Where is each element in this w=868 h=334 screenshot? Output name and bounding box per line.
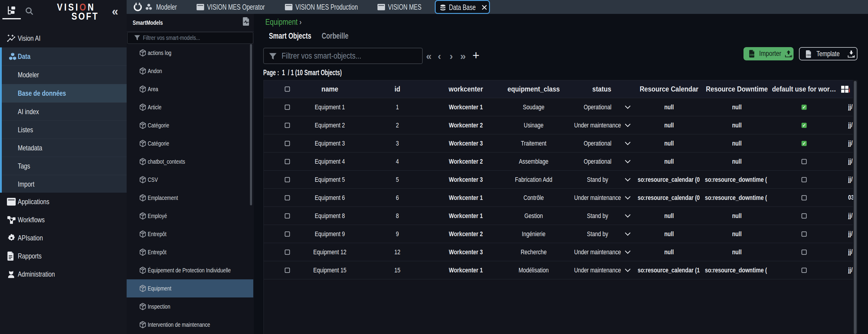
svg-text:CSV: CSV	[750, 53, 754, 56]
svg-text:CSV: CSV	[806, 54, 811, 56]
